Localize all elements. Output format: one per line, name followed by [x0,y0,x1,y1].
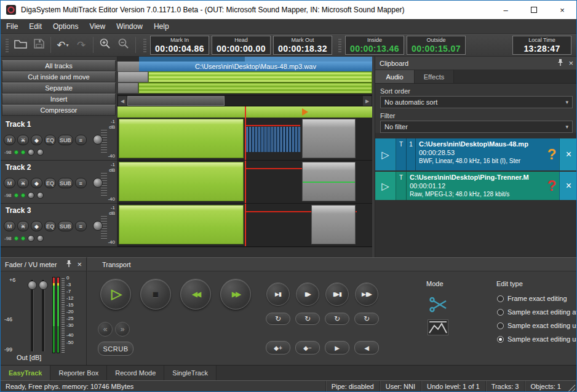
time-display-mark-in[interactable]: Mark In 00:00:04.86 [150,36,209,55]
clipboard-item[interactable]: ▷ T 1 C:\Users\nin\Desktop\Maus-48.mp 00… [375,138,577,170]
mute-button[interactable]: M [4,178,15,188]
track-3-lane[interactable] [117,204,372,247]
stop-button[interactable]: ■ [140,279,171,310]
remove-item-button[interactable]: × [559,138,577,170]
track-menu-button[interactable]: ≡ [75,221,87,231]
sub-button[interactable]: SUB [58,135,73,145]
marker-remove-button[interactable]: ◆− [295,341,320,354]
preview-play-button[interactable]: ▷ [375,172,396,200]
pin-icon[interactable] [66,260,72,269]
track-1-lane[interactable] [117,118,372,161]
envelope-mode-icon[interactable] [428,319,448,338]
mute-button[interactable]: M [4,135,15,145]
pan-knob[interactable] [28,235,34,242]
fader-groove-right[interactable] [42,280,45,351]
menu-window[interactable]: Window [111,19,148,33]
volume-knob[interactable] [93,178,103,188]
fast-forward-button[interactable]: ▶▶ [220,279,251,310]
tool-insert[interactable]: Insert [2,94,116,105]
clipboard-item[interactable]: ▷ T C:\Users\nin\Desktop\Ping-Trenner.M … [375,172,577,200]
marker-add-button[interactable]: ◆+ [266,341,290,354]
close-panel-icon[interactable]: × [77,260,82,268]
zoom-in-button[interactable] [96,36,114,54]
rewind-button[interactable]: ◀◀ [180,279,211,310]
volume-knob[interactable] [93,135,103,145]
overview-clip-green[interactable] [138,82,372,94]
eq-button[interactable]: EQ [44,221,56,231]
filter-select[interactable]: No filter ▾ [380,121,573,133]
fader-knob-right[interactable] [39,281,48,290]
toolbar-grip[interactable] [6,38,9,52]
audio-clip-green[interactable] [119,162,244,201]
tool-cut-inside-and-move[interactable]: Cut inside and move [2,71,116,82]
solo-button[interactable]: X [17,178,29,188]
overview-object-title[interactable]: C:\Users\nin\Desktop\Maus-48.mp3.wav [139,62,372,71]
playhead-line[interactable] [245,204,246,246]
tab-easytrack[interactable]: EasyTrack [1,366,50,380]
tab-effects[interactable]: Effects [415,70,454,83]
close-panel-icon[interactable]: × [568,59,573,67]
eq-button[interactable]: EQ [44,178,56,188]
fader-groove-left[interactable] [31,280,34,351]
solo-button[interactable]: X [17,221,29,231]
time-display-inside[interactable]: Inside 00:00:13.46 [345,36,404,55]
waveform-blue[interactable] [246,127,300,152]
step-back-button[interactable]: ◀ [354,341,379,354]
radio-sample-exact-at[interactable]: Sample exact editing at [497,308,577,316]
toolbar-grip[interactable] [338,38,341,52]
mute-button[interactable]: M [4,221,15,231]
next-button[interactable]: » [115,322,130,337]
sort-order-select[interactable]: No automatic sort ▾ [380,96,573,108]
scrollbar-thumb[interactable] [127,96,225,106]
playhead-line[interactable] [245,118,246,160]
play-to-mark-button[interactable]: ▶▮ [266,282,290,306]
step-forward-button[interactable]: ▶ [325,341,349,354]
volume-knob[interactable] [93,221,103,231]
audio-clip-gray[interactable] [311,205,356,244]
audio-clip-gray[interactable] [302,162,356,201]
tab-record-mode[interactable]: Record Mode [107,366,164,380]
play-position-marker[interactable] [302,108,308,116]
maximize-button[interactable] [520,1,548,19]
cut-mode-icon[interactable] [429,296,448,316]
scroll-right-button[interactable]: ▶ [362,95,372,106]
loop-button-4[interactable]: ↻ [354,313,379,325]
minimize-button[interactable]: – [491,1,520,19]
audio-clip-green[interactable] [119,119,244,158]
close-button[interactable]: × [548,1,576,19]
time-display-mark-out[interactable]: Mark Out 00:00:18.32 [273,36,332,55]
radio-sample-exact-us-2[interactable]: Sample exact editing us [497,335,577,343]
audio-clip-green[interactable] [119,205,244,244]
open-button[interactable] [11,36,30,54]
pan-button[interactable]: ◆ [31,178,42,188]
previous-button[interactable]: « [98,322,113,337]
overview-clip-green[interactable] [148,71,372,82]
overview-clip-gray[interactable] [117,71,148,82]
loop-button-1[interactable]: ↻ [266,313,290,325]
preview-play-button[interactable]: ▷ [375,138,396,170]
time-display-outside[interactable]: Outside 00:00:15.07 [407,36,466,55]
save-button[interactable] [30,36,48,54]
tool-all-tracks[interactable]: All tracks [2,60,116,71]
menu-view[interactable]: View [84,19,111,33]
scrub-button[interactable]: SCRUB [98,342,133,356]
scroll-left-button[interactable]: ◀ [117,95,127,106]
pan-button[interactable]: ◆ [31,135,42,145]
play-selection-button[interactable]: ▮▶▮ [325,282,349,306]
play-from-mark-button[interactable]: ▮▶ [296,282,319,306]
zoom-out-button[interactable] [114,36,133,54]
play-button[interactable]: ▷ [100,279,131,310]
playhead-line[interactable] [245,106,246,118]
pin-icon[interactable] [557,58,563,68]
radio-frame-exact[interactable]: Frame exact editing [497,295,567,302]
undo-button[interactable]: ↶ ▾ [54,36,72,54]
playhead-line[interactable] [245,161,246,203]
menu-file[interactable]: File [1,19,23,33]
sub-button[interactable]: SUB [58,178,73,188]
overview-scrollbar[interactable]: ◀ ▶ [117,95,372,106]
tab-reporter-box[interactable]: Reporter Box [50,366,107,380]
toolbar-grip[interactable] [143,38,146,52]
audio-clip-gray[interactable] [302,119,356,158]
track-menu-button[interactable]: ≡ [75,135,87,145]
trim-knob[interactable] [37,192,44,199]
